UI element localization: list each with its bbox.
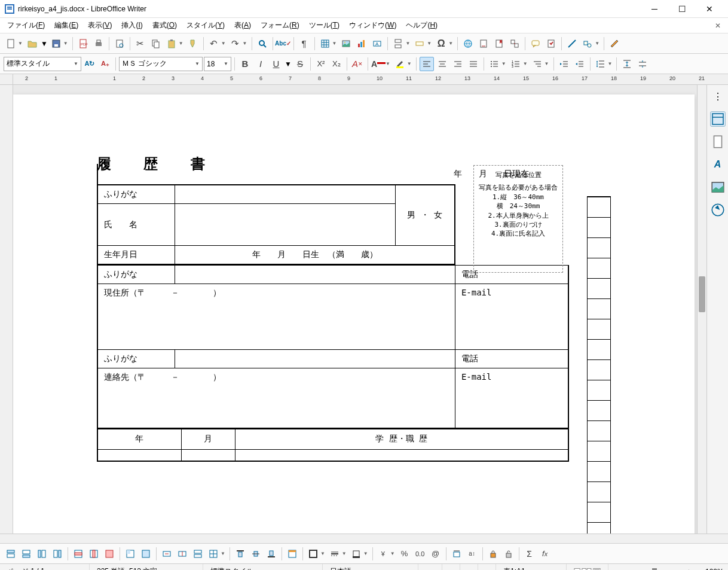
document-page[interactable]: 履 歴 書 年 月 日現在 ふりがな男 ・ 女 氏 名 生年月日年 月 日生 （…: [13, 95, 695, 534]
decrease-indent-button[interactable]: [573, 57, 587, 71]
insert-textbox-button[interactable]: A: [370, 36, 384, 51]
select-table-button[interactable]: [139, 547, 153, 561]
number-list-button[interactable]: 123: [509, 57, 523, 71]
insert-image-button[interactable]: [339, 36, 353, 51]
page-break-button[interactable]: [391, 36, 405, 51]
split-table-button[interactable]: [191, 547, 205, 561]
export-pdf-button[interactable]: PDF: [76, 36, 90, 51]
font-color-button[interactable]: A: [371, 57, 386, 71]
menu-y[interactable]: スタイル(Y): [182, 19, 230, 32]
horizontal-scrollbar[interactable]: [0, 534, 728, 543]
insert-row-below-button[interactable]: [19, 547, 33, 561]
align-justify-button[interactable]: [466, 57, 481, 71]
paragraph-style-combo[interactable]: 標準スタイル▼: [4, 57, 81, 71]
hyperlink-button[interactable]: [461, 36, 475, 51]
horizontal-ruler[interactable]: 21123456789101112131415161718192021: [13, 74, 728, 85]
new-button[interactable]: [4, 36, 18, 51]
line-spacing-button[interactable]: [594, 57, 608, 71]
find-button[interactable]: [255, 36, 270, 51]
menu-o[interactable]: 書式(O): [148, 19, 182, 32]
copy-button[interactable]: [149, 36, 163, 51]
font-size-combo[interactable]: 18▼: [204, 57, 231, 71]
align-left-button[interactable]: [420, 57, 434, 71]
view-layout[interactable]: [567, 564, 608, 570]
new-style-button[interactable]: A₊: [98, 57, 112, 71]
strike-button[interactable]: S: [293, 57, 307, 71]
sidebar-settings-icon[interactable]: ⋮: [710, 89, 726, 104]
sum-button[interactable]: Σ: [522, 547, 537, 561]
merge-cells-button[interactable]: [160, 547, 174, 561]
formatting-marks-button[interactable]: ¶: [297, 36, 311, 51]
clear-format-button[interactable]: A✕: [350, 57, 365, 71]
properties-panel-icon[interactable]: [710, 111, 726, 127]
split-cells-button[interactable]: [175, 547, 189, 561]
undo-button[interactable]: ↶: [207, 36, 221, 51]
insert-row-above-button[interactable]: [4, 547, 18, 561]
align-center-button[interactable]: [435, 57, 449, 71]
draw-functions-button[interactable]: [607, 36, 622, 51]
increase-indent-button[interactable]: [557, 57, 571, 71]
comment-button[interactable]: [528, 36, 543, 51]
selection-mode[interactable]: [442, 564, 460, 570]
font-name-combo[interactable]: ＭＳ ゴシック▼: [119, 57, 203, 71]
save-button[interactable]: [49, 36, 63, 51]
line-button[interactable]: [565, 36, 579, 51]
insert-mode[interactable]: [418, 564, 442, 570]
print-preview-button[interactable]: [112, 36, 127, 51]
align-right-button[interactable]: [451, 57, 465, 71]
redo-button[interactable]: ↷: [228, 36, 243, 51]
italic-button[interactable]: I: [253, 57, 268, 71]
footnote-button[interactable]: [476, 36, 491, 51]
protect-button[interactable]: [486, 547, 500, 561]
menu-f[interactable]: ファイル(F): [2, 19, 50, 32]
decrease-para-space-button[interactable]: [635, 57, 650, 71]
menu-w[interactable]: ウィンドウ(W): [344, 19, 401, 32]
underline-button[interactable]: U: [269, 57, 283, 71]
increase-para-space-button[interactable]: [620, 57, 634, 71]
cross-ref-button[interactable]: [507, 36, 522, 51]
delete-table-button[interactable]: [102, 547, 117, 561]
zoom-value[interactable]: 100%: [698, 564, 728, 570]
open-button[interactable]: [25, 36, 39, 51]
delete-col-button[interactable]: [87, 547, 101, 561]
vertical-scrollbar[interactable]: [697, 85, 706, 534]
cell-align-middle-button[interactable]: [249, 547, 263, 561]
page-style-status[interactable]: 標準スタイル: [203, 564, 323, 570]
insert-field-button[interactable]: [412, 36, 427, 51]
insert-chart-button[interactable]: [354, 36, 369, 51]
autoformat-button[interactable]: [285, 547, 299, 561]
border-color-button[interactable]: [349, 547, 363, 561]
zoom-in-button[interactable]: +: [687, 568, 691, 571]
decimal-format-button[interactable]: 0.0: [413, 547, 427, 561]
zoom-out-button[interactable]: −: [616, 568, 620, 571]
table-dropdown[interactable]: ▼: [331, 41, 338, 46]
insert-col-before-button[interactable]: [35, 547, 49, 561]
superscript-button[interactable]: X²: [314, 57, 328, 71]
paste-button[interactable]: [164, 36, 179, 51]
highlight-button[interactable]: [393, 57, 407, 71]
styles-panel-icon[interactable]: A: [710, 157, 726, 172]
optimize-button[interactable]: [206, 547, 221, 561]
clone-format-button[interactable]: [186, 36, 200, 51]
signature-icon[interactable]: [478, 564, 496, 570]
new-dropdown[interactable]: ▼: [17, 41, 24, 46]
close-button[interactable]: ✕: [696, 0, 723, 18]
open-dropdown[interactable]: ▼: [41, 39, 48, 48]
special-char-button[interactable]: Ω: [434, 36, 448, 51]
percent-format-button[interactable]: %: [397, 547, 412, 561]
word-count[interactable]: 225 単語, 512 文字: [90, 564, 203, 570]
currency-format-button[interactable]: @: [429, 547, 443, 561]
doc-close-button[interactable]: ✕: [710, 20, 726, 32]
redo-dropdown[interactable]: ▼: [241, 41, 249, 46]
outline-button[interactable]: [530, 57, 545, 71]
menu-e[interactable]: 編集(E): [50, 19, 83, 32]
subscript-button[interactable]: X₂: [329, 57, 344, 71]
bold-button[interactable]: B: [238, 57, 252, 71]
menu-t[interactable]: ツール(T): [304, 19, 344, 32]
menu-i[interactable]: 挿入(I): [117, 19, 147, 32]
unprotect-button[interactable]: [501, 547, 516, 561]
table-caption-button[interactable]: [449, 547, 464, 561]
menu-r[interactable]: フォーム(R): [256, 19, 304, 32]
track-changes-button[interactable]: [544, 36, 558, 51]
doc-modified-icon[interactable]: [460, 564, 478, 570]
